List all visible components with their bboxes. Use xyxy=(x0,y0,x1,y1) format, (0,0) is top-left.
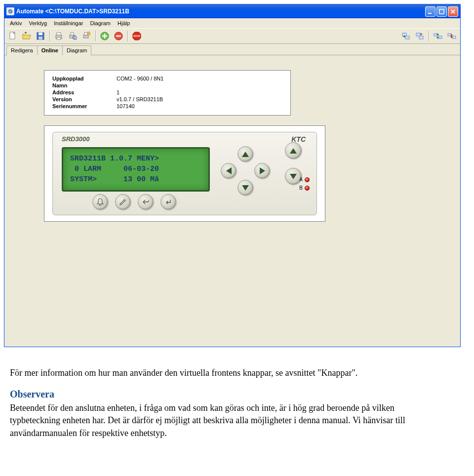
arrow-left-icon xyxy=(226,167,232,174)
bell-icon xyxy=(96,198,105,206)
tab-diagram[interactable]: Diagram xyxy=(62,45,92,55)
svg-rect-22 xyxy=(405,36,409,39)
app-icon xyxy=(6,7,14,15)
document-text: För mer information om hur man använder … xyxy=(10,367,444,439)
scroll-up-button[interactable] xyxy=(285,142,302,159)
minimize-button[interactable] xyxy=(425,6,435,17)
close-button[interactable] xyxy=(448,6,458,17)
enter-button[interactable] xyxy=(160,194,176,210)
led-a-icon xyxy=(305,177,310,182)
open-file-button[interactable] xyxy=(20,30,33,42)
titlebar[interactable]: Automate <C:\TOMDUC.DAT>SRD3211B xyxy=(4,4,460,18)
new-file-button[interactable] xyxy=(6,30,19,42)
svg-rect-10 xyxy=(70,35,75,38)
arrow-down-icon xyxy=(290,174,297,179)
svg-rect-14 xyxy=(84,33,87,35)
led-a-label: A xyxy=(299,177,303,182)
svg-rect-24 xyxy=(419,36,423,39)
tab-online[interactable]: Online xyxy=(37,45,63,55)
app-window: Automate <C:\TOMDUC.DAT>SRD3211B Arkiv V… xyxy=(4,4,461,347)
add-button[interactable] xyxy=(98,30,111,42)
dpad-right-button[interactable] xyxy=(254,163,270,179)
svg-rect-28 xyxy=(452,36,456,39)
remove-button[interactable] xyxy=(112,30,125,42)
save-button[interactable] xyxy=(34,30,47,42)
sync-upload-button[interactable] xyxy=(432,30,444,42)
maximize-button[interactable] xyxy=(436,6,447,17)
svg-rect-9 xyxy=(57,38,61,40)
info-label-address: Address xyxy=(52,89,117,95)
info-label-version: Version xyxy=(52,96,117,102)
svg-rect-23 xyxy=(416,33,420,36)
tabstrip: Redigera Online Diagram xyxy=(4,44,460,55)
info-value-serienummer: 107140 xyxy=(117,103,135,109)
stop-button[interactable]: STOP xyxy=(130,30,143,42)
dpad-up-button[interactable] xyxy=(237,146,253,162)
led-panel: A B xyxy=(299,177,310,191)
upload-button[interactable] xyxy=(399,30,412,42)
toolbar: ! STOP xyxy=(4,28,460,44)
window-title: Automate <C:\TOMDUC.DAT>SRD3211B xyxy=(16,8,425,15)
lcd-line-1: SRD3211B 1.0.7 MENY> xyxy=(70,154,201,164)
connection-info-panel: UppkoppladCOM2 - 9600 / 8N1 Namn Address… xyxy=(44,70,291,116)
menubar: Arkiv Verktyg Inställningar Diagram Hjäl… xyxy=(4,18,460,28)
print-preview-button[interactable] xyxy=(66,30,79,42)
menu-arkiv[interactable]: Arkiv xyxy=(6,19,25,27)
edit-button[interactable] xyxy=(115,194,131,210)
svg-rect-26 xyxy=(438,36,442,39)
virtual-device-panel: SRD3000 KTC SRD3211B 1.0.7 MENY> 0 LARM … xyxy=(44,125,325,222)
info-value-version: v1.0.7 / SRD3211B xyxy=(117,96,163,102)
dpad-down-button[interactable] xyxy=(237,180,253,196)
menu-diagram[interactable]: Diagram xyxy=(86,19,114,27)
svg-rect-2 xyxy=(439,9,444,14)
info-value-uppkopplad: COM2 - 9600 / 8N1 xyxy=(117,76,163,81)
download-button[interactable] xyxy=(413,30,426,42)
enter-arrow-icon xyxy=(164,198,173,206)
arrow-up-icon xyxy=(242,152,249,157)
doc-paragraph-1: För mer information om hur man använder … xyxy=(10,367,444,379)
led-b-icon xyxy=(305,186,310,191)
sync-download-button[interactable] xyxy=(445,30,458,42)
back-arrow-icon xyxy=(141,198,150,206)
dpad xyxy=(221,146,270,196)
back-button[interactable] xyxy=(138,194,154,210)
arrow-up-icon xyxy=(290,148,297,154)
svg-rect-6 xyxy=(39,37,42,40)
arrow-right-icon xyxy=(260,167,265,174)
menu-verktyg[interactable]: Verktyg xyxy=(25,19,50,27)
led-b-label: B xyxy=(299,185,303,191)
doc-heading-observera: Observera xyxy=(10,387,444,401)
tab-redigera[interactable]: Redigera xyxy=(6,45,38,55)
lcd-line-2: 0 LARM 06-03-20 xyxy=(70,164,201,174)
svg-rect-13 xyxy=(83,35,88,38)
menu-hjalp[interactable]: Hjälp xyxy=(114,19,133,27)
info-label-serienummer: Serienummer xyxy=(52,103,117,109)
print-alert-button[interactable]: ! xyxy=(80,30,93,42)
svg-rect-11 xyxy=(71,33,74,35)
info-label-uppkopplad: Uppkopplad xyxy=(52,76,117,81)
device-model-label: SRD3000 xyxy=(62,135,89,143)
workarea: UppkoppladCOM2 - 9600 / 8N1 Namn Address… xyxy=(4,55,460,347)
lcd-line-3: SYSTM> 13 00 Må xyxy=(70,174,201,185)
svg-rect-8 xyxy=(57,33,61,35)
info-value-address: 1 xyxy=(117,89,119,95)
dpad-left-button[interactable] xyxy=(221,163,237,179)
pencil-icon xyxy=(118,198,127,206)
lcd-screen: SRD3211B 1.0.7 MENY> 0 LARM 06-03-20 SYS… xyxy=(62,147,210,192)
arrow-down-icon xyxy=(242,185,249,191)
print-button[interactable] xyxy=(52,30,65,42)
svg-rect-1 xyxy=(428,13,432,14)
menu-installningar[interactable]: Inställningar xyxy=(50,19,86,27)
doc-paragraph-2: Beteendet för den anslutna enheten, i fr… xyxy=(10,402,444,439)
info-label-namn: Namn xyxy=(52,82,117,88)
svg-rect-5 xyxy=(39,33,42,35)
alarm-button[interactable] xyxy=(92,194,108,210)
svg-text:STOP: STOP xyxy=(133,35,140,38)
